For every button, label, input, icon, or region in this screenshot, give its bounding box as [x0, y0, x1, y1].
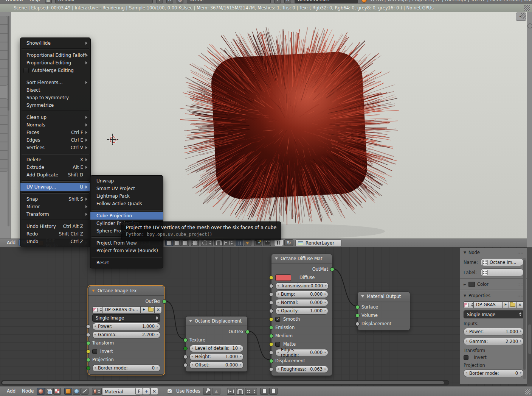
world-shader-button[interactable] [73, 388, 81, 395]
image-browse-button[interactable] [92, 306, 102, 313]
yellow-socket[interactable] [269, 317, 273, 321]
unlink-material-button[interactable]: ✕ [150, 388, 158, 395]
snap-mode-selector[interactable] [245, 388, 257, 395]
roughness-slider[interactable]: Roughness:0.063 [275, 366, 328, 373]
menu-item-lightmap-pack[interactable]: Lightmap Pack [90, 192, 163, 200]
green-socket[interactable] [355, 313, 360, 318]
node-color-swatch[interactable] [468, 282, 475, 287]
menu-item-extrude[interactable]: ExtrudeAlt E [20, 164, 90, 171]
single-image-dropdown[interactable]: Single Image [92, 314, 160, 322]
normal-row[interactable]: Normal:0.000 [275, 298, 328, 307]
snap-node-button[interactable] [227, 388, 235, 395]
grey-socket[interactable] [269, 284, 273, 288]
object-shader-button[interactable] [64, 388, 72, 395]
level-of-details-row[interactable]: Level of details:10 [189, 344, 244, 352]
power-slider[interactable]: Power:1.000 [92, 323, 160, 330]
copy-nodes-button[interactable] [260, 388, 268, 395]
collapse-triangle-icon[interactable] [189, 320, 192, 322]
resize-grip[interactable] [524, 5, 530, 11]
resize-grip[interactable] [525, 389, 530, 394]
node-magnet-button[interactable] [236, 388, 244, 395]
menu-item-cube-projection[interactable]: Cube Projection [90, 212, 163, 220]
invert-row[interactable]: Invert [92, 347, 160, 355]
menu-item-vertices[interactable]: VerticesCtrl V [20, 144, 90, 151]
outmat-row[interactable]: OutMat [275, 265, 328, 273]
menu-item-redo[interactable]: RedoShift Ctrl Z [20, 230, 90, 238]
offset-slider[interactable]: Offset:0.000 [189, 362, 244, 369]
border-mode-slider[interactable]: Border mode:0 [92, 365, 160, 372]
menu-item-add-duplicate[interactable]: Add DuplicateShift D [20, 171, 90, 179]
green-socket[interactable] [330, 267, 334, 271]
menu-item-transform[interactable]: Transform [20, 210, 90, 218]
grey-socket[interactable] [355, 322, 360, 326]
screen-layout-selector[interactable]: Default [55, 0, 153, 3]
grey-socket[interactable] [269, 301, 273, 305]
menu-item-project-from-view-bounds[interactable]: Project from View (Bounds) [90, 247, 163, 254]
collapse-icon[interactable] [527, 23, 532, 28]
node-editor-vscrollbar[interactable] [528, 324, 531, 354]
tool-shelf-scrollbar[interactable] [8, 16, 9, 226]
edges-roundin-row[interactable]: Edges roundin:0.000 [275, 348, 328, 357]
green-socket[interactable] [86, 341, 90, 345]
menu-item-unwrap[interactable]: Unwrap [90, 177, 163, 185]
grey-socket[interactable] [269, 309, 273, 313]
border-mode-row[interactable]: Border mode:0 [92, 364, 160, 372]
dp-grass-05-row[interactable]: DP-GRASS 05...F✕ [92, 306, 160, 314]
texture-nodes-button[interactable] [53, 388, 61, 395]
menu-item-automerge-editing[interactable]: AutoMerge Editing [20, 67, 90, 74]
matte-checkbox[interactable] [275, 342, 280, 347]
fake-user-button[interactable]: F [502, 301, 509, 308]
delete-layout-button[interactable]: ✕ [166, 0, 173, 3]
menu-item-snap-to-symmetry[interactable]: Snap to Symmetry [20, 94, 90, 101]
green-socket[interactable] [162, 299, 166, 304]
grey-socket[interactable] [183, 363, 188, 367]
image-source-selector[interactable]: Single Image [464, 310, 524, 318]
use-nodes-checkbox[interactable]: ✓ [167, 389, 172, 394]
grey-socket[interactable] [86, 324, 90, 329]
refresh-render-button[interactable]: ↻ [284, 239, 293, 246]
render-layer-selector[interactable]: RenderLayer [295, 239, 341, 247]
tool-shelf-buttons[interactable] [0, 16, 8, 86]
shader-nodes-button[interactable] [37, 388, 45, 395]
menu-item-edges[interactable]: EdgesCtrl E [20, 136, 90, 144]
smooth-row[interactable]: ✓Smooth [275, 315, 328, 323]
green-socket[interactable] [245, 330, 250, 334]
node-editor-hscrollbar[interactable] [1, 380, 449, 385]
height-slider[interactable]: Height:1.000 [189, 353, 244, 360]
menu-item-faces[interactable]: FacesCtrl F [20, 129, 90, 136]
menu-item-undo[interactable]: UndoCtrl Z [20, 238, 90, 245]
add-scene-button[interactable]: + [274, 0, 281, 3]
green-socket[interactable] [269, 334, 273, 338]
panel-grip-icon[interactable]: :::: [518, 251, 524, 254]
scene-icon[interactable]: ◍ [177, 0, 183, 3]
paste-nodes-button[interactable] [269, 388, 278, 395]
yellow-socket[interactable] [269, 342, 273, 346]
menu-item-normals[interactable]: Normals [20, 121, 90, 129]
menu-item-undo-history[interactable]: Undo HistoryCtrl Alt Z [20, 223, 90, 230]
panel-scrollbar[interactable] [523, 258, 526, 379]
compositing-nodes-button[interactable] [45, 388, 53, 395]
node-header[interactable]: Octane Diffuse Mat [271, 254, 332, 263]
node-panel-header[interactable]: ▼ Node :::: [460, 248, 527, 257]
menu-item-symmetrize[interactable]: Symmetrize [20, 101, 90, 109]
bump-slider[interactable]: Bump:0.000 [275, 291, 328, 298]
menu-item-reset[interactable]: Reset [90, 259, 163, 267]
darkgreen-socket[interactable] [86, 366, 90, 370]
menu-item-clean-up[interactable]: Clean up [20, 114, 90, 121]
tool-shelf-buttons[interactable] [0, 98, 8, 172]
transmission-slider[interactable]: Transmission:0.000 [275, 282, 329, 290]
menu-item-proportional-editing[interactable]: Proportional Editing [20, 59, 90, 67]
image-browse-button[interactable] [464, 301, 474, 308]
green-socket[interactable] [355, 305, 360, 309]
menu-item-bisect[interactable]: Bisect [20, 86, 90, 94]
color-panel-header[interactable]: ► Color :::: [460, 280, 527, 289]
grey-socket[interactable] [183, 355, 188, 359]
go-to-parent-tree-button[interactable]: ▲ [212, 388, 220, 395]
power-slider[interactable]: Power: 1.000 [464, 328, 524, 335]
normal-slider[interactable]: Normal:0.000 [275, 299, 328, 306]
node-material-output[interactable]: Material OutputSurfaceVolumeDisplacement [357, 292, 410, 331]
gamma-slider[interactable]: Gamma:2.200 [92, 331, 160, 338]
grey-socket[interactable] [269, 367, 273, 371]
node-add-menu[interactable]: Add [5, 388, 18, 394]
node-octane-displacement[interactable]: Octane DisplacementOutTexTextureLevel of… [185, 316, 248, 372]
